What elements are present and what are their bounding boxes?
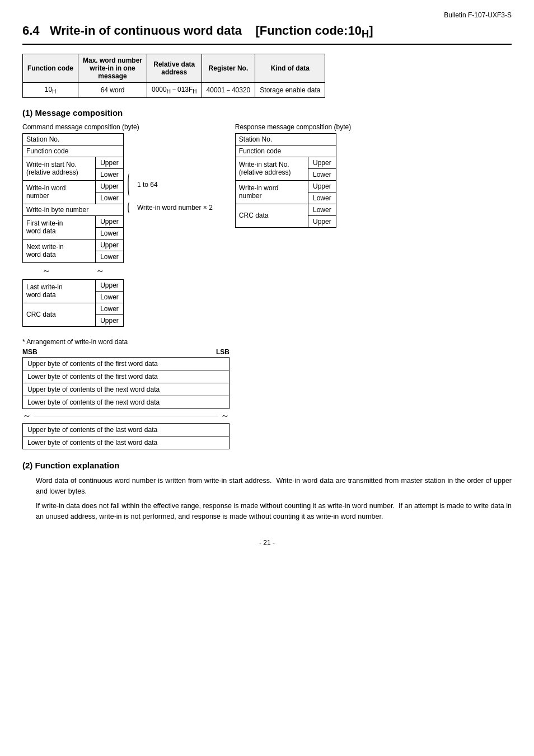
msb-label: MSB [22, 348, 38, 356]
cmd-table: Station No. Function code Write-in start… [22, 133, 124, 327]
cmd-writein-start: Write-in start No.(relative address) [23, 157, 96, 180]
title-subscript: H [362, 28, 369, 40]
res-station: Station No. [235, 133, 336, 145]
cmd-station: Station No. [23, 133, 124, 145]
cell-kind: Storage enable data [255, 83, 325, 97]
res-label: Response message composition (byte) [235, 123, 351, 131]
cmd-word-lower: Lower [96, 192, 124, 204]
cmd-last-upper: Upper [96, 279, 124, 291]
col-kind: Kind of data [255, 54, 325, 83]
page-number: - 21 - [22, 539, 512, 547]
info-table: Function code Max. word numberwrite-in i… [22, 54, 325, 97]
res-crc-lower: Lower [308, 204, 336, 215]
section1-heading: (1) Message composition [22, 108, 512, 118]
response-message-column: Response message composition (byte) Stat… [235, 123, 351, 228]
cmd-last-lower: Lower [96, 291, 124, 303]
res-crc: CRC data [235, 204, 308, 227]
arr-row-1: Upper byte of contents of the first word… [23, 357, 229, 370]
arr-row-5: Upper byte of contents of the last word … [23, 423, 229, 436]
cell-relative-data: 0000H－013FH [147, 83, 202, 97]
arr-table: Upper byte of contents of the first word… [22, 357, 229, 409]
arrangement-note: * Arrangement of write-in word data [22, 338, 512, 346]
title-bracket: [Function code:10 [255, 24, 361, 37]
arr-row-3: Upper byte of contents of the next word … [23, 383, 229, 396]
arr-row-6: Lower byte of contents of the last word … [23, 436, 229, 449]
cell-function-code: 10H [23, 83, 78, 97]
cmd-first-word: First write-inword data [23, 215, 96, 239]
brace-1to64-svg [127, 172, 137, 197]
section-number: 6.4 [22, 24, 40, 37]
cmd-first-upper: Upper [96, 215, 124, 227]
cmd-label: Command message composition (byte) [22, 123, 213, 131]
cmd-start-lower: Lower [96, 168, 124, 180]
compositions-wrapper: Command message composition (byte) Stati… [22, 123, 512, 327]
arrangement-section: * Arrangement of write-in word data MSB … [22, 338, 512, 449]
arr-tilde: ～ ～ [22, 410, 229, 422]
res-word-number: Write-in wordnumber [235, 180, 308, 204]
res-table: Station No. Function code Write-in start… [235, 133, 336, 228]
arr-table-last: Upper byte of contents of the last word … [22, 423, 229, 449]
brace-word-x2-svg [127, 201, 137, 214]
cmd-start-upper: Upper [96, 157, 124, 168]
cell-max-word: 64 word [78, 83, 147, 97]
cmd-next-lower: Lower [96, 251, 124, 262]
cmd-crc-lower: Lower [96, 303, 124, 314]
res-word-upper: Upper [308, 180, 336, 192]
lsb-label: LSB [216, 348, 229, 356]
cmd-next-word: Next write-inword data [23, 239, 96, 262]
brace-word-x2: Write-in word number × 2 [127, 201, 213, 214]
section2: (2) Function explanation Word data of co… [22, 461, 512, 522]
braces-column: 1 to 64 Write-in word number × 2 [127, 133, 213, 214]
brace-1to64: 1 to 64 [127, 172, 213, 197]
cmd-tilde: ～ ～ [23, 262, 124, 279]
cmd-first-lower: Lower [96, 227, 124, 239]
cell-register: 40001－40320 [202, 83, 255, 97]
cmd-word-number: Write-in wordnumber [23, 180, 96, 204]
cmd-word-upper: Upper [96, 180, 124, 192]
cmd-byte-number: Write-in byte number [23, 204, 124, 215]
res-word-lower: Lower [308, 192, 336, 204]
cmd-crc-upper: Upper [96, 314, 124, 326]
col-max-word: Max. word numberwrite-in in onemessage [78, 54, 147, 83]
brace-1to64-label: 1 to 64 [137, 181, 158, 189]
res-writein-start: Write-in start No.(relative address) [235, 157, 308, 180]
page-title: 6.4 Write-in of continuous word data [Fu… [22, 24, 512, 45]
title-text: Write-in of continuous word data [50, 24, 242, 37]
brace-word-x2-label: Write-in word number × 2 [137, 204, 213, 212]
col-register: Register No. [202, 54, 255, 83]
col-function-code: Function code [23, 54, 78, 83]
res-start-upper: Upper [308, 157, 336, 168]
section2-para2: If write-in data does not fall within th… [36, 501, 512, 522]
cmd-last-word: Last write-inword data [23, 279, 96, 303]
cmd-function-code: Function code [23, 145, 124, 157]
res-function-code: Function code [235, 145, 336, 157]
command-message-column: Command message composition (byte) Stati… [22, 123, 213, 327]
res-start-lower: Lower [308, 168, 336, 180]
section2-heading: (2) Function explanation [22, 461, 512, 470]
arr-row-4: Lower byte of contents of the next word … [23, 396, 229, 408]
bulletin-header: Bulletin F-107-UXF3-S [22, 11, 512, 19]
cmd-next-upper: Upper [96, 239, 124, 251]
arr-row-2: Lower byte of contents of the first word… [23, 370, 229, 383]
section2-para1: Word data of continuous word number is w… [36, 476, 512, 497]
msb-lsb-row: MSB LSB [22, 348, 229, 356]
col-relative-data: Relative dataaddress [147, 54, 202, 83]
cmd-crc: CRC data [23, 303, 96, 326]
res-crc-upper: Upper [308, 215, 336, 227]
